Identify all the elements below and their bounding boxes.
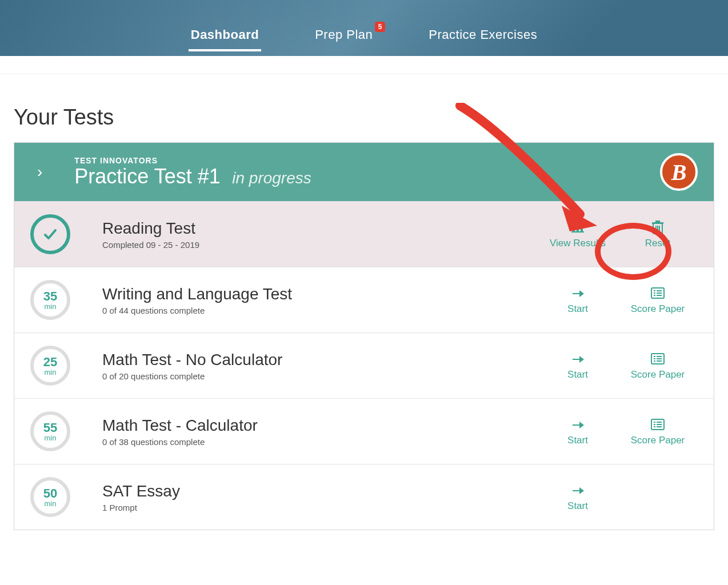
section-title: Math Test - No Calculator xyxy=(102,351,538,369)
minutes-label: min xyxy=(45,303,57,310)
section-row: Reading TestCompleted 09 - 25 - 2019View… xyxy=(14,201,714,267)
minutes-value: 55 xyxy=(43,422,57,434)
section-title: SAT Essay xyxy=(102,482,538,500)
paper-icon xyxy=(618,416,698,432)
section-info: Math Test - Calculator0 of 38 questions … xyxy=(102,416,538,447)
action-label: Reset xyxy=(618,238,698,249)
chevron-right-icon[interactable]: › xyxy=(37,163,42,181)
status-duration: 50min xyxy=(30,477,70,517)
section-title: Writing and Language Test xyxy=(102,285,538,303)
section-subtitle: Completed 09 - 25 - 2019 xyxy=(102,240,538,250)
arrow-right-icon xyxy=(538,482,618,498)
status-duration: 25min xyxy=(30,346,70,386)
paper-icon xyxy=(618,351,698,367)
section-subtitle: 0 of 38 questions complete xyxy=(102,437,538,447)
status-duration: 35min xyxy=(30,280,70,320)
status-complete-icon xyxy=(30,214,70,254)
section-row: 50minSAT Essay1 PromptStart xyxy=(14,464,714,530)
arrow-right-icon xyxy=(538,351,618,367)
score-paper-button[interactable]: Score Paper xyxy=(618,285,698,315)
action-label: Score Paper xyxy=(618,369,698,380)
action-label: View Results xyxy=(538,238,618,249)
view-results-button[interactable]: View Results xyxy=(538,219,618,249)
status-duration: 55min xyxy=(30,411,70,451)
action-label: Start xyxy=(538,500,618,512)
start-button[interactable]: Start xyxy=(538,416,618,446)
section-title: Reading Test xyxy=(102,219,538,238)
bar-chart-icon xyxy=(538,219,618,235)
section-row: 35minWriting and Language Test0 of 44 qu… xyxy=(14,267,714,332)
section-subtitle: 0 of 20 questions complete xyxy=(102,371,538,381)
section-subtitle: 1 Prompt xyxy=(102,503,538,512)
score-paper-button[interactable]: Score Paper xyxy=(618,351,698,380)
reset-button[interactable]: Reset xyxy=(618,219,698,249)
arrow-right-icon xyxy=(538,416,618,432)
section-subtitle: 0 of 44 questions complete xyxy=(102,306,538,315)
test-title: Practice Test #1 xyxy=(74,165,220,188)
minutes-label: min xyxy=(45,500,57,507)
tab-prep-plan-label: Prep Plan xyxy=(315,27,373,42)
section-title: Math Test - Calculator xyxy=(102,416,538,435)
start-button[interactable]: Start xyxy=(538,482,618,512)
trash-icon xyxy=(618,219,698,235)
minutes-value: 50 xyxy=(43,487,57,500)
prep-plan-badge: 5 xyxy=(375,22,385,32)
action-label: Start xyxy=(538,303,618,315)
header-spacer xyxy=(0,56,728,74)
tab-dashboard[interactable]: Dashboard xyxy=(189,21,261,51)
action-label: Start xyxy=(538,435,618,446)
paper-icon xyxy=(618,285,698,301)
section-info: SAT Essay1 Prompt xyxy=(102,482,538,512)
test-badge-letter: B xyxy=(660,153,698,191)
test-brand: TEST INNOVATORS xyxy=(74,156,311,165)
section-row: 25minMath Test - No Calculator0 of 20 qu… xyxy=(14,332,714,398)
minutes-label: min xyxy=(45,368,57,376)
test-header: › TEST INNOVATORS Practice Test #1 in pr… xyxy=(14,143,714,201)
tab-practice-exercises[interactable]: Practice Exercises xyxy=(426,21,539,51)
action-label: Start xyxy=(538,369,618,380)
section-info: Reading TestCompleted 09 - 25 - 2019 xyxy=(102,219,538,250)
tests-container: › TEST INNOVATORS Practice Test #1 in pr… xyxy=(14,142,714,530)
minutes-value: 35 xyxy=(43,290,57,303)
header-nav: Dashboard Prep Plan 5 Practice Exercises xyxy=(0,0,728,56)
page-title: Your Tests xyxy=(0,74,728,142)
action-label: Score Paper xyxy=(618,435,698,446)
score-paper-button[interactable]: Score Paper xyxy=(618,416,698,446)
minutes-label: min xyxy=(45,434,57,442)
section-row: 55minMath Test - Calculator0 of 38 quest… xyxy=(14,398,714,464)
arrow-right-icon xyxy=(538,285,618,301)
action-label: Score Paper xyxy=(618,303,698,315)
tab-prep-plan[interactable]: Prep Plan 5 xyxy=(313,21,375,51)
minutes-value: 25 xyxy=(43,356,57,368)
section-info: Writing and Language Test0 of 44 questio… xyxy=(102,285,538,315)
section-info: Math Test - No Calculator0 of 20 questio… xyxy=(102,351,538,381)
test-status: in progress xyxy=(232,169,311,187)
start-button[interactable]: Start xyxy=(538,285,618,315)
start-button[interactable]: Start xyxy=(538,351,618,380)
